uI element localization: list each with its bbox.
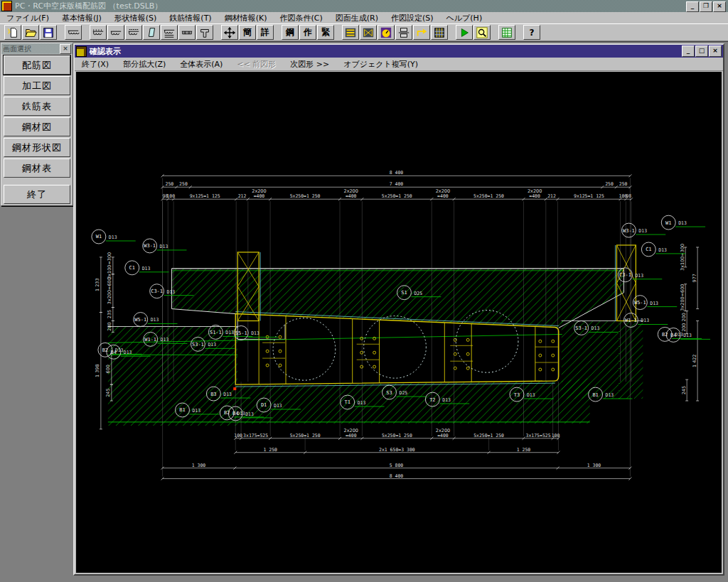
run-icon[interactable] [456,25,473,40]
menu-bar: ファイル(F)基本情報(J)形状情報(S)鉄筋情報(T)鋼材情報(K)作図条件(… [0,12,728,23]
palette-body: 配筋図加工図鉄筋表鋼材図鋼材形状図鋼材表終了 [1,55,73,204]
close-button[interactable]: × [713,1,726,12]
svg-text:T1: T1 [345,400,350,406]
palette-button-5[interactable]: 鋼材表 [4,158,70,178]
menu-item-1[interactable]: 基本情報(J) [55,12,108,24]
svg-text:3x100=300: 3x100=300 [107,252,112,279]
menu-item-2[interactable]: 形状情報(S) [108,12,164,24]
menu-item-7[interactable]: 作図設定(S) [385,12,440,24]
svg-text:1 250: 1 250 [263,447,277,453]
section-table-icon[interactable] [161,25,178,40]
svg-text:D13: D13 [678,220,687,226]
viewer-menu-item-3: << 前図形 [230,58,283,70]
layers-icon[interactable] [342,25,359,40]
open-file-icon[interactable] [22,25,39,40]
viewer-menu-item-5[interactable]: オブジェクト複写(Y) [336,58,425,70]
save-icon[interactable] [40,25,57,40]
section-view-icon[interactable] [65,25,82,40]
svg-text:250: 250 [179,181,188,187]
grid-table-icon[interactable] [498,25,515,40]
new-file-icon[interactable] [4,25,21,40]
palette-close-icon[interactable]: × [60,44,71,54]
toolbar-group-1 [65,25,82,40]
viewer-menu-item-0[interactable]: 終了(X) [75,58,116,70]
palette-button-3[interactable]: 鋼材図 [4,117,70,136]
t-section-icon[interactable] [196,25,213,40]
section-plain-icon[interactable] [107,25,124,40]
svg-text:D1: D1 [261,402,267,408]
cross-brace-icon[interactable] [360,25,377,40]
svg-text:T3: T3 [514,392,520,398]
viewer-menu-item-1[interactable]: 部分拡大(Z) [116,58,173,70]
viewer-maximize-button[interactable]: □ [695,45,708,57]
menu-item-5[interactable]: 作図条件(C) [273,12,328,24]
svg-text:D13: D13 [225,330,234,335]
preview-zoom-icon[interactable] [473,25,491,40]
svg-text:W1-1: W1-1 [625,318,637,323]
menu-item-3[interactable]: 鉄筋情報(T) [163,12,218,24]
minimize-button[interactable]: _ [686,1,699,12]
svg-text:3x200=600: 3x200=600 [107,277,112,304]
svg-text:250: 250 [166,181,174,187]
svg-text:W3-1: W3-1 [144,243,156,249]
svg-text:9x125=1 125: 9x125=1 125 [574,193,604,199]
palette-exit-button[interactable]: 終了 [4,185,70,204]
detail-mode-button[interactable]: 詳 [257,25,274,40]
split-section-icon[interactable] [395,25,412,40]
svg-text:3x175=525: 3x175=525 [526,433,551,438]
menu-item-4[interactable]: 鋼材情報(K) [218,12,274,24]
redo-arrow-icon[interactable] [413,25,430,40]
help-icon[interactable]: ? [523,25,540,40]
menu-item-8[interactable]: ヘルプ(H) [440,12,489,24]
toolbar: 簡詳鋼作緊? [0,23,728,41]
pan-move-icon[interactable] [221,25,238,40]
menu-item-0[interactable]: ファイル(F) [0,12,55,24]
svg-text:7 400: 7 400 [390,181,404,187]
svg-text:B4: B4 [232,411,238,416]
svg-text:B4: B4 [670,333,676,338]
palette-title-bar[interactable]: 画面選択 × [1,43,73,54]
drawing-canvas[interactable]: 8 4002502507 400250250981009x125=1 12521… [76,72,722,573]
restore-button[interactable]: ❐ [700,1,712,12]
tension-button[interactable]: 緊 [317,25,334,40]
viewer-minimize-button[interactable]: _ [682,45,695,57]
title-bar[interactable]: PC・RC中空床版橋配筋図 （test.DSLB） _ ❐ × [0,0,728,12]
plate-view-icon[interactable] [143,25,160,40]
gauge-icon[interactable] [378,25,395,40]
menu-item-6[interactable]: 図面生成(R) [329,12,385,24]
viewer-menu-item-2[interactable]: 全体表示(A) [173,58,230,70]
toolbar-group-6 [456,25,491,40]
viewer-menu-item-4[interactable]: 次図形 >> [283,58,336,70]
steel-button[interactable]: 鋼 [282,25,299,40]
svg-text:1 422: 1 422 [692,355,697,368]
palette-button-1[interactable]: 加工図 [4,76,70,95]
svg-text:D13: D13 [124,350,132,355]
app-title: PC・RC中空床版橋配筋図 （test.DSLB） [15,1,162,11]
mdi-client-area: 画面選択 × 配筋図加工図鉄筋表鋼材図鋼材形状図鋼材表終了 確認表示 _ □ ×… [0,41,728,582]
svg-text:D13: D13 [650,301,658,306]
palette-button-2[interactable]: 鉄筋表 [4,97,70,116]
section-rebar-icon[interactable] [125,25,142,40]
table-icon[interactable] [431,25,448,40]
viewer-title-bar[interactable]: 確認表示 _ □ × [75,45,723,58]
svg-text:W1: W1 [96,235,102,240]
svg-text:D13: D13 [192,408,200,414]
make-button[interactable]: 作 [299,25,316,40]
svg-text:100: 100 [166,193,175,199]
svg-text:S5-1: S5-1 [235,330,247,336]
svg-text:C3-1: C3-1 [151,289,163,294]
svg-text:D13: D13 [160,244,168,249]
toolbar-group-8: ? [523,25,540,40]
svg-text:600: 600 [105,365,111,373]
svg-text:250: 250 [619,181,628,187]
palette-button-4[interactable]: 鋼材形状図 [4,138,70,157]
section-wide-icon[interactable] [178,25,196,40]
section-marks-icon[interactable] [90,25,107,40]
palette-button-0[interactable]: 配筋図 [4,55,70,75]
svg-text:250: 250 [605,181,614,187]
simple-mode-button[interactable]: 簡 [239,25,256,40]
viewer-menu-bar: 終了(X)部分拡大(Z)全体表示(A)<< 前図形次図形 >>オブジェクト複写(… [75,58,723,71]
svg-text:D13: D13 [442,397,451,403]
svg-text:D13: D13 [606,392,614,398]
viewer-close-button[interactable]: × [709,45,722,57]
